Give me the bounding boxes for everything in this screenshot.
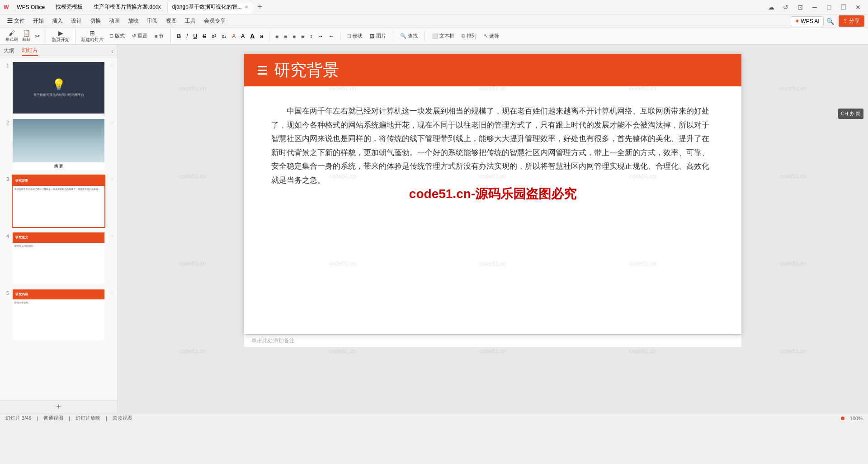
slide-thumb-5[interactable]: 研究内容 研究内容说明... (12, 289, 105, 342)
play-button[interactable]: ▶ 当页开始 (50, 28, 71, 44)
history-button[interactable]: ↺ (779, 2, 792, 12)
select-button[interactable]: ↖ 选择 (481, 31, 502, 41)
separator-3: | (106, 416, 107, 421)
left-panel: 大纲 幻灯片 ‹ 1 💡 基于数据可视化的智慧社区内网平台 ☆ (0, 45, 118, 413)
menu-member[interactable]: 会员专享 (200, 16, 229, 26)
underline-button[interactable]: U (191, 32, 199, 40)
wps-ai-label: WPS AI (801, 18, 819, 24)
slide-thumb-4[interactable]: 研究意义 研究意义内容说明... (12, 232, 105, 285)
maximize-button[interactable]: □ (823, 2, 835, 12)
shape-button[interactable]: ◻ 形状 (344, 31, 366, 41)
format-painter-button[interactable]: 🖌 格式刷 (4, 28, 19, 43)
paste-button[interactable]: 📋 粘贴 (20, 28, 32, 43)
minimize-button[interactable]: ─ (808, 2, 821, 12)
close-button[interactable]: ✕ (852, 2, 864, 12)
cut-button[interactable]: ✂ (33, 32, 42, 41)
shadow-button[interactable]: A (239, 32, 247, 40)
star-icon-1: ☆ (110, 63, 114, 68)
slide-canvas[interactable]: 研究背景 中国在两千年左右就已经对计算机这一块发展到相当的规模了，现在老百姓们越… (244, 54, 741, 334)
indent-decrease-button[interactable]: ← (326, 32, 336, 40)
line-spacing-button[interactable]: ↕ (307, 32, 315, 40)
three-lines-icon (258, 66, 267, 75)
wps-ai-button[interactable]: ✦ WPS AI (791, 16, 823, 26)
italic-button[interactable]: I (184, 32, 190, 40)
layout-button[interactable]: ⊟ 版式 (106, 31, 128, 41)
subscript-button[interactable]: x₂ (219, 32, 229, 40)
cloud-save-button[interactable]: ☁ (765, 2, 778, 12)
menu-review[interactable]: 审阅 (143, 16, 161, 26)
picture-button[interactable]: 🖼 图片 (367, 31, 389, 41)
insert-group: ◻ 形状 🖼 图片 (344, 31, 393, 41)
menu-insert[interactable]: 插入 (48, 16, 66, 26)
panel-collapse-button[interactable]: ‹ (111, 47, 113, 55)
tab-django[interactable]: django基于数据可视化的智... ✕ (167, 1, 253, 14)
menu-animation[interactable]: 动画 (105, 16, 123, 26)
menu-view[interactable]: 视图 (162, 16, 180, 26)
content-area: code51.cn code51.cn code51.cn code51.cn … (118, 45, 868, 413)
section-button[interactable]: ≡ 节 (151, 31, 167, 41)
slide-item-2[interactable]: 2 摘 要 ☆ (2, 118, 115, 171)
bold-button[interactable]: B (175, 32, 183, 40)
justify-button[interactable]: ≡ (299, 32, 307, 40)
tab-docx[interactable]: 生产印模图片替换方案.docx (89, 1, 165, 14)
format-painter-icon: 🖌 (9, 29, 15, 37)
superscript-button[interactable]: x² (209, 32, 218, 40)
notes-bar[interactable]: 单击此处添加备注 (244, 334, 741, 347)
tab-wps-office-label: WPS Office (17, 4, 45, 10)
font-size-large-button[interactable]: A (248, 32, 257, 41)
slide-count: 幻灯片 3/46 (5, 415, 31, 421)
tab-outline[interactable]: 大纲 (4, 46, 14, 56)
restore-button[interactable]: ❐ (837, 2, 850, 12)
slide-body[interactable]: 中国在两千年左右就已经对计算机这一块发展到相当的规模了，现在老百姓们越来越离不开… (244, 86, 741, 206)
font-color-button[interactable]: A (230, 32, 238, 40)
slide3-body: 中国在两千年左右就已经对计算机这一块发展到相当的规模了，现在老百姓们越来越... (13, 186, 104, 193)
ch-language-button[interactable]: CH 办 简 (838, 109, 863, 119)
slide-icons-2: ☆ (108, 120, 115, 125)
indent-increase-button[interactable]: → (316, 32, 326, 40)
menu-tools[interactable]: 工具 (181, 16, 199, 26)
align-left-button[interactable]: ≡ (273, 32, 281, 40)
tab-slides[interactable]: 幻灯片 (22, 46, 38, 56)
align-center-button[interactable]: ≡ (282, 32, 289, 40)
slide-item-3[interactable]: 3 研究背景 中国在两千年左右就已经对计算机这一块发展到相当的规模了，现在老百姓… (2, 175, 115, 228)
menu-design[interactable]: 设计 (67, 16, 85, 26)
window-icon-button[interactable]: ⊡ (794, 2, 807, 12)
find-button[interactable]: 🔍 查找 (397, 31, 421, 41)
menu-file[interactable]: ☰ 文件 (4, 16, 28, 26)
new-slide-button[interactable]: ⊞ 新建幻灯片 (79, 28, 105, 44)
share-button[interactable]: ⇪ 分享 (839, 15, 864, 27)
strikethrough-button[interactable]: S (200, 32, 208, 40)
slide-thumb-3[interactable]: 研究背景 中国在两千年左右就已经对计算机这一块发展到相当的规模了，现在老百姓们越… (12, 175, 105, 228)
slide-item-5[interactable]: 5 研究内容 研究内容说明... ☆ (2, 289, 115, 342)
close-tab-icon[interactable]: ✕ (245, 5, 248, 9)
tab-wps-office[interactable]: WPS Office (12, 1, 49, 14)
menu-start[interactable]: 开始 (29, 16, 47, 26)
font-size-small-button[interactable]: a (258, 32, 265, 40)
reading-view-button[interactable]: 阅读视图 (113, 415, 132, 421)
menu-slideshow[interactable]: 放映 (124, 16, 142, 26)
search-icon[interactable]: 🔍 (826, 18, 834, 25)
align-right-button[interactable]: ≡ (290, 32, 298, 40)
play-label: 当页开始 (52, 37, 70, 43)
slide2-label: 摘 要 (13, 162, 104, 170)
slide-item-1[interactable]: 1 💡 基于数据可视化的智慧社区内网平台 ☆ (2, 61, 115, 114)
picture-icon: 🖼 (370, 33, 375, 39)
paragraph-group: ≡ ≡ ≡ ≡ ↕ → ← (273, 32, 340, 40)
arrange-button[interactable]: ⧉ 排列 (458, 31, 480, 41)
add-slide-button[interactable]: + (0, 400, 117, 413)
star-icon-4: ☆ (110, 233, 114, 238)
slide-thumb-2[interactable]: 摘 要 (12, 118, 105, 171)
normal-view-button[interactable]: 普通视图 (43, 415, 63, 421)
clipboard-group: 🖌 格式刷 📋 粘贴 ✂ (4, 28, 46, 43)
reset-button[interactable]: ↺ 重置 (129, 31, 151, 41)
slide-number-2: 2 (2, 120, 9, 125)
slide5-body: 研究内容说明... (13, 299, 104, 306)
add-tab-button[interactable]: + (255, 2, 265, 12)
slide-header: 研究背景 (244, 54, 741, 86)
menu-transition[interactable]: 切换 (86, 16, 104, 26)
slide-thumb-1[interactable]: 💡 基于数据可视化的智慧社区内网平台 (12, 61, 105, 114)
slideshow-view-button[interactable]: 幻灯片放映 (75, 415, 100, 421)
slide-item-4[interactable]: 4 研究意义 研究意义内容说明... ☆ (2, 232, 115, 285)
textbox-button[interactable]: ⬜ 文本框 (429, 31, 458, 41)
tab-template[interactable]: 找模壳模板 (51, 1, 87, 14)
